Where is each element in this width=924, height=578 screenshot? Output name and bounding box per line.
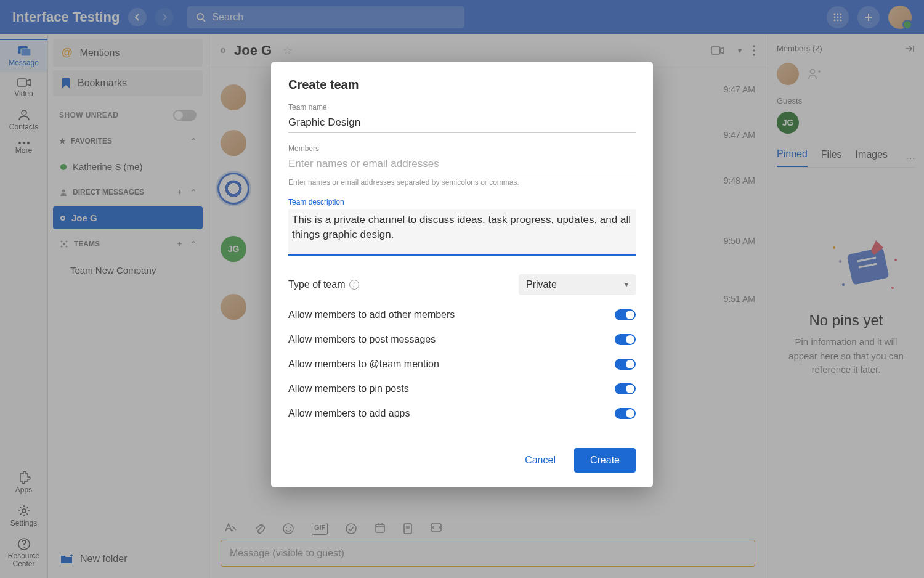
- create-button[interactable]: Create: [574, 448, 636, 473]
- toggle-add-members[interactable]: [615, 309, 636, 320]
- switch-label-pin-posts: Allow members to pin posts: [288, 383, 409, 394]
- team-type-label: Type of team: [288, 279, 346, 290]
- members-hint: Enter names or email addresses separated…: [288, 178, 636, 187]
- toggle-add-apps[interactable]: [615, 408, 636, 419]
- toggle-post-messages[interactable]: [615, 334, 636, 345]
- team-name-label: Team name: [288, 103, 636, 112]
- toggle-team-mention[interactable]: [615, 359, 636, 370]
- cancel-button[interactable]: Cancel: [520, 449, 561, 472]
- description-label: Team description: [288, 198, 636, 206]
- members-input[interactable]: [288, 155, 636, 174]
- info-icon[interactable]: i: [349, 280, 359, 290]
- create-team-modal: Create team Team name Members Enter name…: [271, 62, 653, 487]
- switch-label-team-mention: Allow members to @team mention: [288, 359, 439, 370]
- team-name-input[interactable]: [288, 114, 636, 133]
- toggle-pin-posts[interactable]: [615, 383, 636, 394]
- modal-overlay[interactable]: Create team Team name Members Enter name…: [0, 0, 924, 578]
- team-type-value: Private: [526, 279, 557, 290]
- switch-label-post-messages: Allow members to post messages: [288, 334, 436, 345]
- switch-label-add-members: Allow members to add other members: [288, 309, 455, 320]
- team-type-select[interactable]: Private: [519, 274, 636, 295]
- description-input[interactable]: This is a private channel to discuss ide…: [288, 209, 636, 256]
- members-label: Members: [288, 144, 636, 153]
- switch-label-add-apps: Allow members to add apps: [288, 408, 410, 419]
- modal-title: Create team: [288, 78, 636, 92]
